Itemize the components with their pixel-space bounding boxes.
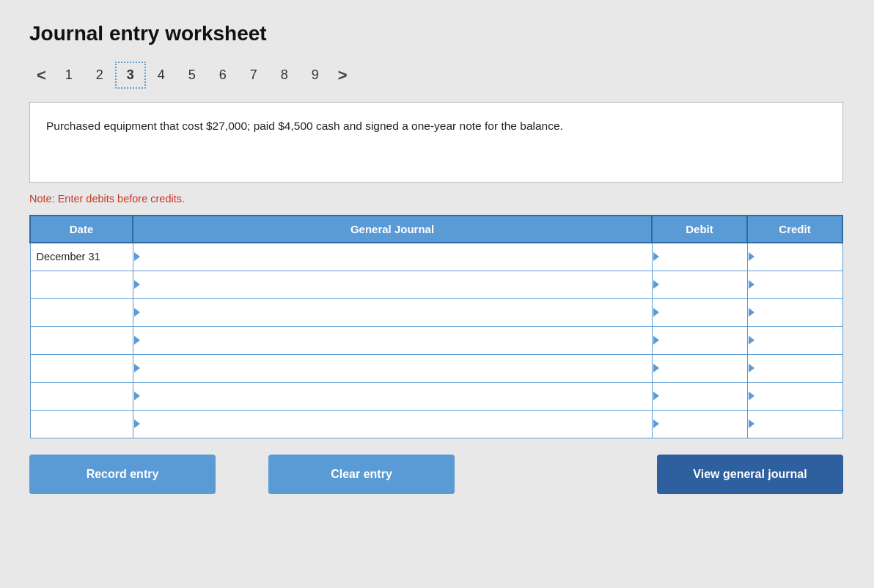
row1-credit[interactable] [747, 243, 842, 271]
row3-arrow [134, 308, 140, 317]
row5-arrow [134, 364, 140, 372]
row7-debit[interactable] [652, 410, 747, 438]
row5-credit-arrow [749, 364, 754, 372]
row2-credit[interactable] [747, 271, 842, 298]
row7-credit[interactable] [747, 410, 842, 438]
row3-debit-arrow [653, 308, 659, 317]
row2-debit[interactable] [652, 271, 747, 298]
row2-arrow [134, 280, 140, 289]
page-7[interactable]: 7 [238, 63, 269, 87]
row3-journal[interactable] [133, 298, 652, 326]
table-row [30, 326, 842, 354]
table-row [30, 410, 842, 438]
row6-debit[interactable] [652, 382, 747, 410]
page-3-active[interactable]: 3 [115, 62, 146, 89]
row1-debit-arrow [653, 252, 659, 261]
page-2[interactable]: 2 [84, 63, 115, 87]
page-6[interactable]: 6 [208, 63, 238, 87]
row4-credit[interactable] [747, 326, 842, 354]
row7-credit-arrow [749, 419, 754, 428]
row6-date[interactable] [30, 382, 133, 410]
button-row: Record entry Clear entry View general jo… [29, 455, 843, 494]
table-row [30, 271, 842, 298]
row1-arrow [134, 252, 140, 261]
next-arrow[interactable]: > [331, 63, 355, 88]
page-5[interactable]: 5 [177, 63, 208, 87]
header-credit: Credit [747, 216, 842, 243]
header-debit: Debit [652, 216, 747, 243]
table-row [30, 354, 842, 382]
row3-credit-arrow [749, 308, 754, 317]
prev-arrow[interactable]: < [29, 63, 54, 88]
row4-debit[interactable] [652, 326, 747, 354]
table-row: December 31 [30, 243, 842, 271]
row6-arrow [134, 392, 140, 400]
row5-debit[interactable] [652, 354, 747, 382]
view-general-journal-button[interactable]: View general journal [657, 455, 843, 494]
row7-date[interactable] [30, 410, 133, 438]
header-journal: General Journal [133, 216, 652, 243]
row6-journal[interactable] [133, 382, 652, 410]
row5-debit-arrow [653, 364, 659, 372]
pagination: < 1 2 3 4 5 6 7 8 9 > [29, 62, 845, 89]
row3-debit[interactable] [652, 298, 747, 326]
table-row [30, 298, 842, 326]
row3-date[interactable] [30, 298, 133, 326]
row6-credit-arrow [749, 392, 754, 400]
page-1[interactable]: 1 [54, 63, 84, 87]
row4-date[interactable] [30, 326, 133, 354]
journal-table: Date General Journal Debit Credit Decemb… [29, 215, 843, 438]
row5-date[interactable] [30, 354, 133, 382]
row3-credit[interactable] [747, 298, 842, 326]
row4-journal[interactable] [133, 326, 652, 354]
row4-credit-arrow [749, 336, 754, 345]
row5-credit[interactable] [747, 354, 842, 382]
row1-date[interactable]: December 31 [30, 243, 133, 271]
row6-debit-arrow [653, 392, 659, 400]
row2-debit-arrow [653, 280, 659, 289]
row1-credit-arrow [749, 252, 754, 261]
description-text: Purchased equipment that cost $27,000; p… [46, 120, 563, 132]
record-entry-button[interactable]: Record entry [29, 455, 216, 494]
row7-arrow [134, 419, 140, 428]
header-date: Date [30, 216, 133, 243]
row4-debit-arrow [653, 336, 659, 345]
row2-date[interactable] [30, 271, 133, 298]
row1-debit[interactable] [652, 243, 747, 271]
page-4[interactable]: 4 [146, 63, 177, 87]
note-text: Note: Enter debits before credits. [29, 193, 845, 205]
row2-credit-arrow [749, 280, 754, 289]
clear-entry-button[interactable]: Clear entry [268, 455, 455, 494]
row1-journal[interactable] [133, 243, 652, 271]
page-9[interactable]: 9 [300, 63, 331, 87]
row2-journal[interactable] [133, 271, 652, 298]
page-title: Journal entry worksheet [29, 22, 845, 45]
description-box: Purchased equipment that cost $27,000; p… [29, 102, 843, 183]
table-row [30, 382, 842, 410]
row4-arrow [134, 336, 140, 345]
row7-debit-arrow [653, 419, 659, 428]
row6-credit[interactable] [747, 382, 842, 410]
page-8[interactable]: 8 [269, 63, 300, 87]
row5-journal[interactable] [133, 354, 652, 382]
row7-journal[interactable] [133, 410, 652, 438]
